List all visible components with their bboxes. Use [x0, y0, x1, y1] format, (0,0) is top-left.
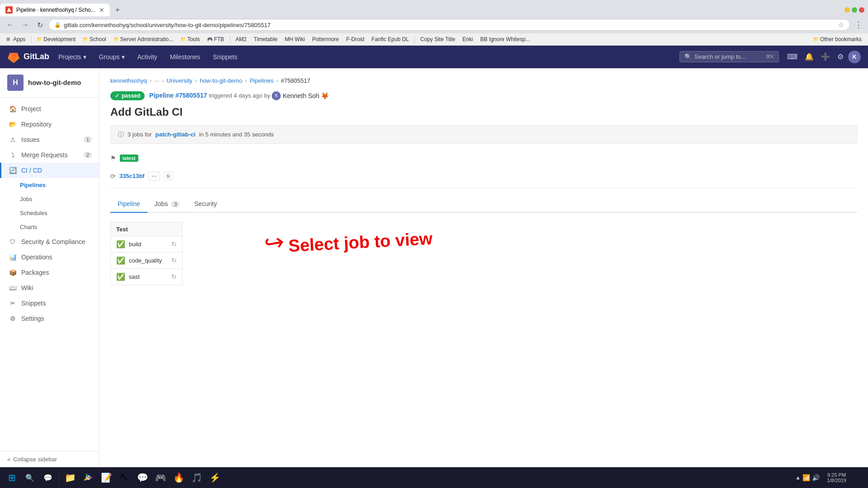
start-button[interactable]: ⊞ [4, 469, 20, 486]
new-tab-button[interactable]: + [112, 5, 124, 15]
sidebar-item-settings[interactable]: ⚙ Settings [0, 311, 99, 326]
back-button[interactable]: ← [4, 19, 16, 31]
project-icon: 🏠 [9, 105, 17, 113]
job-build-retry-icon[interactable]: ↻ [171, 240, 177, 248]
sidebar-item-cicd[interactable]: 🔄 CI / CD [0, 163, 99, 178]
settings-icon[interactable]: ⚙ [835, 50, 846, 64]
breadcrumb-how-to-git-demo[interactable]: how-to-git-demo [200, 77, 242, 84]
show-desktop-button[interactable] [852, 467, 864, 488]
taskbar-app-7[interactable]: 🔥 [170, 469, 187, 486]
taskbar-clock[interactable]: 9:25 PM 1/8/2019 [823, 472, 850, 483]
job-code-quality[interactable]: ✅ code_quality ↻ [110, 252, 183, 269]
taskbar-chrome[interactable] [80, 469, 96, 486]
notifications-icon[interactable]: 🔔 [802, 50, 816, 64]
bookmark-bb-ignore[interactable]: BB Ignore Whitesp... [477, 35, 533, 43]
clock-date: 1/8/2019 [827, 478, 846, 483]
user-avatar[interactable]: K [848, 51, 861, 63]
sidebar-item-project[interactable]: 🏠 Project [0, 101, 99, 117]
branch-link[interactable]: patch-gitlab-ci [155, 131, 195, 138]
nav-projects[interactable]: Projects ▾ [55, 52, 90, 62]
bookmark-enki[interactable]: Enki [460, 35, 476, 43]
job-sast[interactable]: ✅ sast ↻ [110, 268, 183, 285]
forward-button[interactable]: → [19, 19, 32, 31]
bookmark-copy-site-title[interactable]: Copy Site Title [418, 35, 458, 43]
sidebar-sub-schedules[interactable]: Schedules [0, 206, 99, 220]
bookmark-star-icon[interactable]: ☆ [838, 21, 844, 28]
tab-close-button[interactable]: ✕ [99, 6, 104, 14]
bookmark-am2[interactable]: AM2 [233, 35, 250, 43]
job-build[interactable]: ✅ build ↻ [110, 236, 183, 253]
sidebar-sub-jobs[interactable]: Jobs [0, 192, 99, 206]
latest-badge: latest [120, 155, 138, 162]
breadcrumb-university[interactable]: University [166, 77, 192, 84]
breadcrumb-kennethsohyq[interactable]: kennethsohyq [110, 77, 147, 84]
taskbar-app-9[interactable]: ⚡ [207, 469, 223, 486]
bookmark-apps[interactable]: ⊞ Apps [4, 35, 28, 43]
bookmark-fanfic[interactable]: Fanfic Epub DL [369, 35, 412, 43]
taskbar-task-view[interactable]: 💬 [40, 469, 56, 486]
sidebar-item-operations[interactable]: 📊 Operations [0, 249, 99, 265]
bookmark-other[interactable]: 📁 Other bookmarks [811, 35, 864, 43]
taskbar-search-button[interactable]: 🔍 [22, 469, 38, 486]
bookmark-development[interactable]: 📁 Development [34, 35, 78, 43]
commit-more-actions[interactable]: ⋯ [148, 172, 160, 181]
extensions-button[interactable]: ⋮ [853, 18, 864, 32]
bookmark-timetable[interactable]: Timetable [251, 35, 280, 43]
sidebar-item-wiki[interactable]: 📖 Wiki [0, 280, 99, 296]
keyboard-shortcuts-icon[interactable]: ⌨ [784, 50, 800, 64]
bookmark-fdroid[interactable]: F-Droid [344, 35, 367, 43]
taskbar-minecraft[interactable]: ⛏ [116, 469, 132, 486]
bookmark-tools[interactable]: 📁 Tools [178, 35, 203, 43]
tab-pipeline[interactable]: Pipeline [110, 196, 147, 213]
sidebar-item-packages[interactable]: 📦 Packages [0, 265, 99, 280]
job-sast-retry-icon[interactable]: ↻ [171, 273, 177, 280]
active-tab[interactable]: Pipeline · kennethsohyq / Scho... ✕ [0, 4, 110, 16]
pipeline-link[interactable]: Pipeline #75805517 [149, 91, 207, 99]
restore-button[interactable] [852, 7, 857, 13]
taskbar-discord[interactable]: 💬 [134, 469, 151, 486]
collapse-sidebar-button[interactable]: « Collapse sidebar [0, 451, 99, 467]
bookmark-apps-label: Apps [13, 36, 25, 42]
new-item-icon[interactable]: ➕ [818, 50, 833, 64]
dev-icon: 📁 [37, 37, 42, 42]
system-tray: ▲ 📶 🔊 [793, 474, 821, 481]
sidebar-item-snippets[interactable]: ✂ Snippets [0, 296, 99, 311]
job-code-quality-retry-icon[interactable]: ↻ [171, 257, 177, 264]
sidebar-sub-charts[interactable]: Charts [0, 220, 99, 234]
sidebar-sub-pipelines[interactable]: Pipelines [0, 178, 99, 192]
reload-button[interactable]: ↻ [34, 19, 46, 31]
charts-sub-label: Charts [20, 224, 37, 230]
bookmark-ftb[interactable]: 🎮 FTB [204, 35, 227, 43]
sidebar-item-security[interactable]: 🛡 Security & Compliance [0, 234, 99, 249]
bookmark-server-admin[interactable]: 📁 Server Administratio... [111, 35, 176, 43]
breadcrumb-pipelines[interactable]: Pipelines [250, 77, 274, 84]
bookmark-school[interactable]: 📁 School [80, 35, 109, 43]
address-bar[interactable]: 🔒 gitlab.com/kennethsohyq/school/univers… [48, 19, 850, 31]
tab-security[interactable]: Security [187, 196, 224, 213]
nav-snippets[interactable]: Snippets [209, 52, 241, 62]
taskbar-file-explorer[interactable]: 📁 [62, 469, 78, 486]
commit-copy-button[interactable]: ⎘ [164, 172, 173, 181]
sidebar-item-issues[interactable]: ⚠ Issues 1 [0, 132, 99, 147]
close-button[interactable] [859, 7, 864, 13]
search-box[interactable]: 🔍 Search or jump to... ⌘K [679, 51, 779, 62]
snippets-icon: ✂ [9, 300, 17, 307]
gitlab-logo[interactable]: GitLab [7, 51, 49, 63]
sidebar-item-repository[interactable]: 📂 Repository [0, 117, 99, 132]
taskbar-notepad[interactable]: 📝 [98, 469, 114, 486]
browser-tab-bar: Pipeline · kennethsohyq / Scho... ✕ + [0, 0, 868, 16]
bookmark-mh-wiki[interactable]: MH Wiki [282, 35, 308, 43]
taskbar-app-6[interactable]: 🎮 [152, 469, 169, 486]
commit-hash[interactable]: 335c13bf [119, 173, 145, 179]
nav-milestones[interactable]: Milestones [166, 52, 204, 62]
minimize-button[interactable] [844, 7, 850, 13]
bookmark-pottermore[interactable]: Pottermore [309, 35, 341, 43]
gitlab-logo-text: GitLab [24, 52, 49, 61]
nav-groups[interactable]: Groups ▾ [95, 52, 128, 62]
tab-jobs[interactable]: Jobs 3 [147, 196, 187, 213]
sidebar-item-merge-requests[interactable]: ⤵ Merge Requests 2 [0, 147, 99, 163]
mr-badge: 2 [84, 152, 92, 158]
nav-activity[interactable]: Activity [134, 52, 161, 62]
taskbar-app-8[interactable]: 🎵 [189, 469, 205, 486]
ref-flag-icon: ⚑ [110, 155, 116, 162]
